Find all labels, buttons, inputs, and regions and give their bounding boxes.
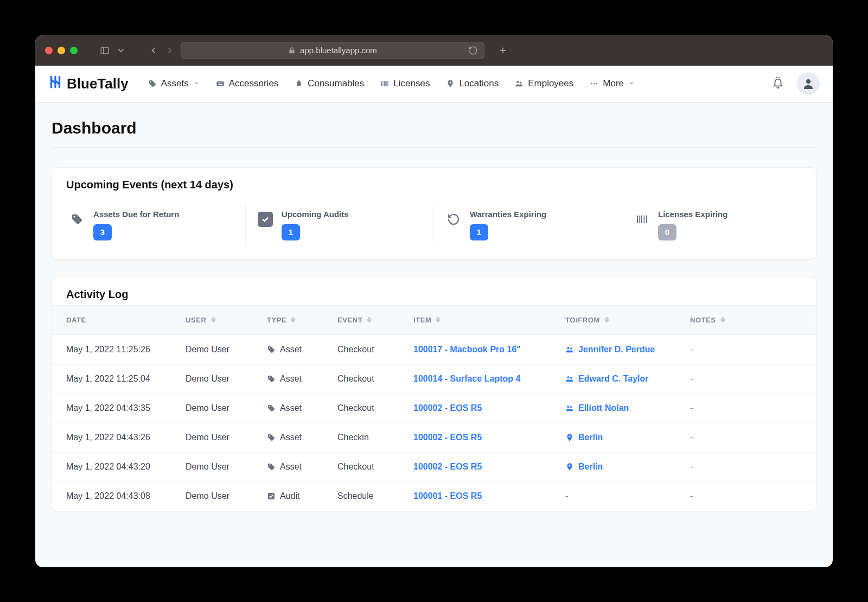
cell-notes: -	[690, 345, 802, 354]
check-icon	[267, 492, 276, 500]
event-warranties-expiring[interactable]: Warranties Expiring 1	[434, 204, 622, 246]
event-label: Upcoming Audits	[282, 210, 349, 219]
brand-mark-icon	[48, 75, 62, 93]
minimize-window-button[interactable]	[58, 47, 65, 54]
cell-user: Demo User	[186, 462, 267, 472]
cell-item-link[interactable]: 100001 - EOS R5	[413, 491, 565, 501]
keyboard-icon	[216, 79, 225, 88]
pin-icon	[565, 433, 574, 442]
sidebar-toggle-icon[interactable]	[99, 45, 110, 56]
brand-name: BlueTally	[67, 75, 129, 92]
activity-table: DATE USER TYPE EVENT ITEM TO/FROM NOTES …	[52, 305, 816, 511]
cell-tofrom[interactable]: Jennifer D. Perdue	[565, 345, 690, 354]
table-header: DATE USER TYPE EVENT ITEM TO/FROM NOTES	[52, 306, 816, 335]
col-notes[interactable]: NOTES	[690, 316, 802, 324]
event-upcoming-audits[interactable]: Upcoming Audits 1	[246, 204, 434, 246]
table-body: May 1, 2022 11:25:26Demo User AssetCheck…	[52, 335, 816, 511]
new-tab-button[interactable]	[497, 45, 508, 56]
svg-rect-19	[637, 216, 638, 223]
cell-tofrom[interactable]: Elliott Nolan	[565, 403, 690, 413]
nav-employees[interactable]: Employees	[515, 78, 573, 89]
cell-date: May 1, 2022 04:43:08	[66, 491, 186, 501]
cell-user: Demo User	[186, 433, 267, 442]
col-tofrom[interactable]: TO/FROM	[565, 316, 690, 324]
svg-rect-20	[639, 216, 640, 223]
cell-type: Asset	[267, 462, 337, 472]
svg-point-17	[596, 83, 598, 85]
close-window-button[interactable]	[45, 47, 53, 54]
col-event[interactable]: EVENT	[337, 316, 413, 324]
svg-point-16	[593, 83, 595, 85]
svg-rect-21	[641, 216, 642, 223]
activity-log-heading: Activity Log	[52, 277, 816, 305]
cell-item-link[interactable]: 100002 - EOS R5	[413, 462, 565, 472]
svg-rect-9	[384, 81, 385, 86]
col-item[interactable]: ITEM	[413, 316, 565, 324]
svg-point-14	[520, 81, 521, 83]
svg-point-27	[567, 376, 569, 378]
cell-item-link[interactable]: 100002 - EOS R5	[413, 433, 565, 442]
svg-point-18	[806, 79, 810, 84]
nav-assets[interactable]: Assets	[148, 78, 200, 89]
tag-icon	[267, 433, 276, 442]
svg-point-30	[570, 406, 572, 408]
page-title: Dashboard	[52, 119, 816, 137]
cell-event: Checkout	[337, 462, 413, 472]
event-count-badge: 1	[282, 224, 300, 240]
col-user[interactable]: USER	[186, 316, 267, 324]
tag-icon	[148, 79, 157, 88]
notifications-button[interactable]	[772, 77, 784, 91]
upcoming-events-card: Upcoming Events (next 14 days) Assets Du…	[52, 167, 816, 259]
cell-item-link[interactable]: 100014 - Surface Laptop 4	[413, 374, 565, 384]
cell-tofrom[interactable]: Edward C. Taylor	[565, 374, 690, 384]
col-date[interactable]: DATE	[66, 316, 186, 324]
event-assets-due[interactable]: Assets Due for Return 3	[58, 204, 246, 246]
svg-rect-5	[222, 83, 222, 83]
nav-locations[interactable]: Locations	[446, 78, 499, 89]
nav-accessories[interactable]: Accessories	[216, 78, 279, 89]
check-icon	[258, 212, 273, 227]
cell-event: Checkout	[337, 403, 413, 413]
reload-icon[interactable]	[468, 45, 478, 56]
cell-type: Asset	[267, 345, 337, 354]
table-row: May 1, 2022 11:25:04Demo User AssetCheck…	[52, 364, 816, 394]
titlebar: app.bluetallyapp.com	[35, 35, 833, 66]
cell-notes: -	[690, 403, 802, 413]
nav-consumables[interactable]: Consumables	[295, 78, 364, 89]
address-bar[interactable]: app.bluetallyapp.com	[181, 42, 484, 59]
maximize-window-button[interactable]	[70, 47, 78, 54]
window-controls	[45, 47, 78, 54]
cell-tofrom[interactable]: Berlin	[565, 462, 690, 472]
tag-icon	[267, 404, 276, 413]
cell-date: May 1, 2022 04:43:35	[66, 403, 186, 413]
brand-logo[interactable]: BlueTally	[48, 75, 129, 93]
svg-rect-2	[218, 83, 218, 83]
event-label: Licenses Expiring	[658, 210, 727, 219]
sort-icon	[604, 316, 609, 323]
cell-item-link[interactable]: 100017 - Macbook Pro 16"	[413, 345, 565, 354]
app-nav: BlueTally Assets Accessories Consumables…	[35, 66, 833, 103]
tag-icon	[267, 345, 276, 354]
event-licenses-expiring[interactable]: Licenses Expiring 0	[622, 204, 810, 246]
nav-back-button[interactable]	[148, 45, 159, 56]
barcode-icon	[380, 79, 389, 88]
nav-licenses[interactable]: Licenses	[380, 78, 430, 89]
table-row: May 1, 2022 04:43:26Demo User AssetCheck…	[52, 423, 816, 452]
cell-user: Demo User	[186, 374, 267, 384]
cell-tofrom[interactable]: Berlin	[565, 433, 690, 442]
chevron-down-icon[interactable]	[116, 45, 126, 56]
cell-item-link[interactable]: 100002 - EOS R5	[413, 403, 565, 413]
nav-forward-button[interactable]	[164, 45, 175, 56]
svg-point-13	[517, 81, 519, 83]
cell-type: Asset	[267, 433, 337, 442]
user-avatar[interactable]	[797, 72, 820, 95]
lock-icon	[288, 47, 296, 54]
col-type[interactable]: TYPE	[267, 316, 337, 324]
event-label: Assets Due for Return	[93, 210, 179, 219]
sort-icon	[291, 316, 296, 323]
cell-event: Checkin	[337, 433, 413, 442]
svg-rect-11	[387, 81, 387, 86]
svg-rect-23	[644, 216, 645, 223]
nav-more[interactable]: More	[590, 78, 635, 89]
svg-rect-22	[643, 216, 643, 223]
